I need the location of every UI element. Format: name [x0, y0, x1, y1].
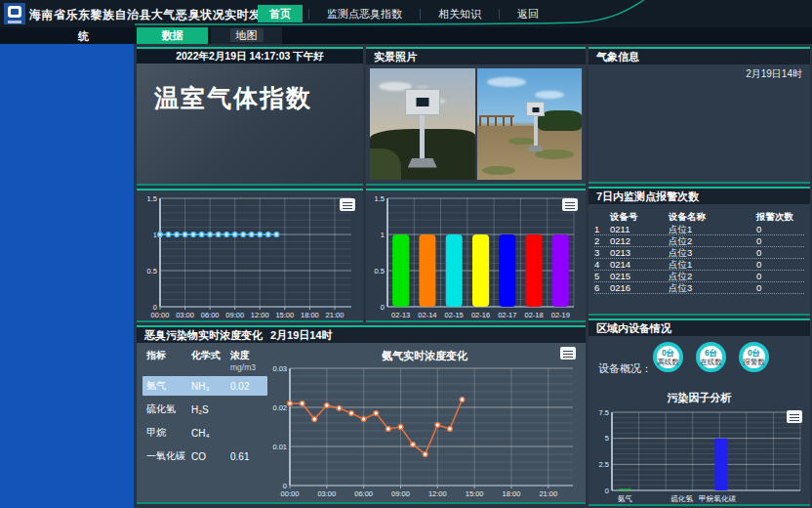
svg-text:02-19: 02-19: [551, 311, 570, 319]
svg-text:硫化氢: 硫化氢: [670, 494, 693, 503]
device-stats: 0台离线数6台在线数0台报警数: [653, 342, 769, 372]
svg-text:一氧化碳: 一氧化碳: [707, 494, 737, 503]
tab-data[interactable]: 数据: [137, 27, 208, 44]
svg-text:2.5: 2.5: [599, 460, 609, 469]
svg-text:1: 1: [153, 231, 157, 239]
main-nav: 首页 监测点恶臭指数 相关知识 返回: [258, 5, 550, 22]
devices-panel: 区域内设备情况 设备概况： 0台离线数6台在线数0台报警数 污染因子分析 02.…: [589, 318, 810, 506]
svg-text:18:00: 18:00: [301, 311, 319, 319]
factor-chart-title: 污染因子分析: [589, 391, 810, 405]
svg-text:5: 5: [605, 434, 609, 443]
nav-divider: [308, 9, 309, 20]
svg-text:02-13: 02-13: [391, 311, 410, 319]
greenhouse-index-chart-panel: 00.511.500:0003:0006:0009:0012:0015:0018…: [137, 189, 363, 322]
chart-menu-icon[interactable]: [787, 410, 802, 423]
station-photo-dusk: [370, 68, 475, 180]
tab-map-label: 地图: [230, 28, 264, 42]
svg-text:1.5: 1.5: [147, 194, 157, 203]
photos-panel: 实景照片: [366, 47, 586, 186]
alarms-table: 设备号 设备名称 报警次数 10211点位1020212点位2030213点位3…: [594, 210, 804, 294]
station-photo-day: [477, 68, 583, 180]
svg-text:1: 1: [381, 231, 385, 239]
device-stat-circle: 0台离线数: [653, 342, 683, 372]
nav-odor-index[interactable]: 监测点恶臭指数: [315, 5, 414, 22]
table-row: 20212点位20: [594, 235, 804, 247]
svg-text:09:00: 09:00: [225, 311, 244, 319]
weather-panel: 气象信息 2月19日14时: [589, 47, 810, 184]
datetime-text: 2022年2月19日 14:17:03 下午好: [137, 49, 363, 64]
top-header: 海南省乐东黎族自治县大气恶臭状况实时发布系 首页 监测点恶臭指数 相关知识 返回: [0, 0, 812, 27]
svg-text:06:00: 06:00: [201, 311, 220, 319]
daily-index-bar-chart: 00.511.502-1302-1402-1502-1602-1702-1802…: [366, 192, 582, 320]
app-title: 海南省乐东黎族自治县大气恶臭状况实时发布系: [29, 7, 286, 23]
greenhouse-index-line-chart: 00.511.500:0003:0006:0009:0012:0015:0018…: [137, 192, 359, 320]
pollutant-panel: 恶臭污染物实时浓度变化 2月19日14时 指标 化学式 浓度mg/m3 氨气NH…: [137, 325, 586, 504]
nav-back[interactable]: 返回: [506, 5, 550, 22]
svg-text:02-18: 02-18: [524, 311, 543, 319]
nh3-line-chart: 00.010.020.0300:0003:0006:0009:0012:0015…: [266, 362, 581, 499]
svg-text:00:00: 00:00: [281, 489, 300, 498]
chart-menu-icon[interactable]: [562, 198, 578, 211]
svg-text:0: 0: [605, 487, 609, 495]
nav-divider: [420, 9, 421, 20]
svg-text:02-17: 02-17: [498, 311, 516, 319]
svg-text:03:00: 03:00: [176, 311, 194, 319]
dashboard: 统 数据 地图 海南省乐东黎族自治县大气恶臭状况实时发布系 首页 监测点恶臭指数…: [0, 0, 812, 508]
svg-text:12:00: 12:00: [428, 489, 447, 498]
svg-text:09:00: 09:00: [391, 489, 410, 498]
pollutant-row[interactable]: 氨气NH₃0.02: [142, 376, 267, 396]
svg-text:02-14: 02-14: [418, 311, 436, 319]
app-logo-icon: [4, 3, 25, 24]
pollutant-panel-title-bar: 恶臭污染物实时浓度变化 2月19日14时: [137, 327, 586, 343]
svg-text:0.03: 0.03: [272, 364, 287, 373]
device-stat-circle: 0台报警数: [739, 342, 769, 372]
alarms-panel-title: 7日内监测点报警次数: [589, 189, 810, 204]
weather-panel-title: 气象信息: [589, 49, 810, 64]
table-row: 50215点位20: [594, 271, 804, 282]
pollutant-row[interactable]: 一氧化碳CO0.61: [142, 446, 267, 466]
greenhouse-index-headline: 温室气体指数: [154, 82, 312, 114]
greeting-panel: 2022年2月19日 14:17:03 下午好 温室气体指数: [137, 47, 363, 186]
tab-bar: [0, 27, 812, 44]
pollutant-row[interactable]: 甲烷CH₄: [142, 423, 267, 443]
chart-menu-icon[interactable]: [560, 347, 576, 360]
svg-text:0.02: 0.02: [272, 403, 287, 412]
table-row: 10211点位10: [594, 224, 804, 235]
devices-panel-title: 区域内设备情况: [589, 320, 810, 336]
photo-strip: [370, 68, 582, 180]
svg-text:1.5: 1.5: [375, 194, 385, 203]
pollutant-table-header: 指标 化学式 浓度mg/m3: [142, 349, 267, 372]
svg-text:0: 0: [381, 303, 385, 312]
left-sidebar: [0, 27, 134, 508]
svg-text:03:00: 03:00: [317, 489, 336, 498]
svg-text:12:00: 12:00: [251, 311, 269, 319]
pollutant-table: 指标 化学式 浓度mg/m3 氨气NH₃0.02硫化氢H₂S甲烷CH₄一氧化碳C…: [142, 349, 267, 470]
tab-map[interactable]: 地图: [211, 27, 282, 44]
svg-text:21:00: 21:00: [539, 489, 557, 498]
svg-text:18:00: 18:00: [503, 489, 521, 498]
chart-menu-icon[interactable]: [340, 198, 355, 211]
svg-text:0.5: 0.5: [375, 267, 385, 275]
nav-home[interactable]: 首页: [258, 5, 303, 22]
device-stat-circle: 6台在线数: [696, 342, 726, 372]
svg-text:氨气: 氨气: [618, 494, 632, 503]
nh3-chart-title: 氨气实时浓度变化: [268, 349, 581, 363]
device-overview-label: 设备概况：: [598, 361, 652, 376]
svg-text:15:00: 15:00: [466, 489, 484, 498]
svg-text:0.5: 0.5: [147, 267, 157, 275]
svg-text:21:00: 21:00: [326, 311, 345, 319]
pollution-factor-bar-chart: 02.557.5氨气硫化氢甲烷一氧化碳: [590, 406, 808, 504]
alarms-panel: 7日内监测点报警次数 设备号 设备名称 报警次数 10211点位1020212点…: [589, 187, 810, 316]
photos-panel-title: 实景照片: [366, 49, 586, 64]
daily-index-chart-panel: 00.511.502-1302-1402-1502-1602-1702-1802…: [366, 189, 586, 322]
svg-text:06:00: 06:00: [354, 489, 373, 498]
svg-text:02-15: 02-15: [445, 311, 464, 319]
table-row: 60216点位30: [594, 282, 804, 294]
pollutant-panel-title: 恶臭污染物实时浓度变化: [144, 327, 263, 343]
nav-knowledge[interactable]: 相关知识: [426, 5, 493, 22]
pollutant-row[interactable]: 硫化氢H₂S: [142, 400, 267, 419]
svg-text:15:00: 15:00: [275, 311, 294, 319]
table-row: 40214点位10: [594, 259, 804, 271]
svg-text:02-16: 02-16: [471, 311, 490, 319]
svg-text:7.5: 7.5: [599, 408, 609, 417]
